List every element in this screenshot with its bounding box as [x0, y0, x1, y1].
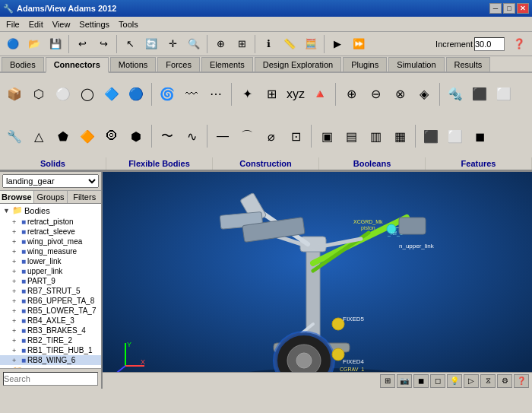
icon-revolve[interactable]: 🔵 [125, 83, 147, 106]
icon-feat3[interactable]: ⬜ [492, 83, 515, 106]
toolbar-calc[interactable]: 🧮 [301, 34, 321, 54]
icon-extrude[interactable]: 🔷 [100, 83, 123, 106]
tab-forces[interactable]: Forces [157, 57, 200, 71]
tab-motions[interactable]: Motions [110, 57, 157, 71]
icon-row2-16[interactable]: ▦ [388, 125, 411, 148]
icon-row2-15[interactable]: ▥ [364, 125, 387, 148]
toolbar-marker[interactable]: ⊕ [211, 34, 230, 54]
icon-feat2[interactable]: ⬛ [468, 83, 491, 106]
tree-item-part9[interactable]: + ■ PART_9 [0, 276, 101, 286]
status-render2-btn[interactable]: ◻ [430, 374, 445, 388]
icon-row2-5[interactable]: ⭗ [100, 125, 123, 148]
icon-flex1[interactable]: 🌀 [156, 83, 179, 106]
toolbar-rotate[interactable]: 🔄 [141, 34, 161, 54]
icon-row2-19[interactable]: ◼ [468, 125, 491, 148]
status-render1-btn[interactable]: ◼ [413, 374, 429, 388]
toolbar-undo[interactable]: ↩ [72, 34, 92, 54]
close-button[interactable]: ✕ [517, 3, 529, 14]
icon-row2-1[interactable]: 🔧 [3, 125, 26, 148]
icon-row2-6[interactable]: ⬢ [125, 125, 147, 148]
icon-row2-12[interactable]: ⊡ [284, 125, 307, 148]
tab-connectors[interactable]: Connectors [46, 57, 109, 73]
tree-root-bodies[interactable]: ▼ 📁 Bodies [0, 204, 101, 217]
toolbar-anim[interactable]: ⏩ [349, 34, 369, 54]
toolbar-translate[interactable]: ✛ [163, 34, 182, 54]
status-camera-btn[interactable]: 📷 [397, 374, 412, 388]
icon-box[interactable]: 📦 [3, 83, 26, 106]
icon-row2-8[interactable]: ∿ [180, 125, 203, 148]
menu-settings[interactable]: Settings [74, 18, 114, 30]
tree-item-rb1[interactable]: + ■ RB1_TIRE_HUB_1 [0, 345, 101, 355]
tree-item-retract-piston[interactable]: + ■ retract_piston [0, 217, 101, 227]
toolbar-btn-3[interactable]: 💾 [46, 34, 65, 54]
increment-input[interactable] [474, 37, 505, 51]
tree-item-rb7[interactable]: + ■ RB7_STRUT_5 [0, 286, 101, 296]
icon-row2-10[interactable]: ⌒ [236, 125, 258, 148]
status-light-btn[interactable]: 💡 [447, 374, 462, 388]
tree-item-wing-pivot-mea[interactable]: + ■ wing_pivot_mea [0, 237, 101, 246]
status-help-btn[interactable]: ❓ [514, 374, 529, 388]
icon-row2-2[interactable]: △ [27, 125, 50, 148]
icon-flex2[interactable]: 〰 [180, 83, 203, 106]
model-select[interactable]: landing_gear [2, 174, 99, 188]
status-more2-btn[interactable]: ⧖ [480, 374, 496, 388]
tab-elements[interactable]: Elements [201, 57, 253, 71]
tab-design-exploration[interactable]: Design Exploration [255, 57, 341, 71]
panel-tab-browse[interactable]: Browse [0, 191, 34, 203]
panel-tab-filters[interactable]: Filters [68, 191, 101, 203]
icon-const3[interactable]: xyz [284, 83, 307, 106]
icon-const2[interactable]: ⊞ [260, 83, 283, 106]
icon-bool2[interactable]: ⊖ [364, 83, 387, 106]
tree-item-rb8[interactable]: + ■ RB8_WING_6 [0, 355, 101, 365]
icon-row2-17[interactable]: ⬛ [420, 125, 442, 148]
maximize-button[interactable]: □ [503, 3, 515, 14]
toolbar-sim[interactable]: ▶ [328, 34, 347, 54]
panel-tab-groups[interactable]: Groups [34, 191, 68, 203]
search-input[interactable] [3, 372, 98, 386]
status-grid-btn[interactable]: ⊞ [380, 374, 395, 388]
icon-cylinder[interactable]: ⬡ [27, 83, 50, 106]
status-more1-btn[interactable]: ▷ [464, 374, 479, 388]
icon-const1[interactable]: ✦ [236, 83, 258, 106]
icon-row2-14[interactable]: ▤ [340, 125, 363, 148]
icon-feat1[interactable]: 🔩 [444, 83, 467, 106]
tree-item-rb2[interactable]: + ■ RB2_TIRE_2 [0, 335, 101, 345]
tree-item-lower-link[interactable]: + ■ lower_link [0, 256, 101, 266]
toolbar-frame[interactable]: ⊞ [232, 34, 252, 54]
icon-row2-13[interactable]: ▣ [315, 125, 338, 148]
tab-bodies[interactable]: Bodies [2, 57, 44, 71]
toolbar-btn-2[interactable]: 📂 [24, 34, 44, 54]
toolbar-btn-1[interactable]: 🔵 [3, 34, 23, 54]
icon-bool4[interactable]: ◈ [413, 83, 435, 106]
tree-item-rb5[interactable]: + ■ RB5_LOWER_TA_7 [0, 306, 101, 316]
tab-simulation[interactable]: Simulation [388, 57, 444, 71]
tree-item-retract-sleeve[interactable]: + ■ retract_sleeve [0, 227, 101, 237]
tree-item-rb4[interactable]: + ■ RB4_AXLE_3 [0, 316, 101, 326]
icon-row2-9[interactable]: — [211, 125, 234, 148]
icon-row2-18[interactable]: ⬜ [444, 125, 467, 148]
tree-item-upper-link[interactable]: + ■ upper_link [0, 266, 101, 276]
icon-row2-3[interactable]: ⬟ [52, 125, 74, 148]
tree-item-wing-measure[interactable]: + ■ wing_measure [0, 246, 101, 256]
menu-file[interactable]: File [2, 18, 24, 30]
tree-item-rb6[interactable]: + ■ RB6_UPPER_TA_8 [0, 296, 101, 306]
menu-view[interactable]: View [48, 18, 75, 30]
icon-row2-11[interactable]: ⌀ [260, 125, 283, 148]
icon-flex3[interactable]: ⋯ [204, 83, 227, 106]
tab-plugins[interactable]: Plugins [343, 57, 387, 71]
icon-torus[interactable]: ◯ [76, 83, 99, 106]
toolbar-info[interactable]: ℹ [258, 34, 278, 54]
tree-item-rb3[interactable]: + ■ RB3_BRAKES_4 [0, 326, 101, 335]
toolbar-measure[interactable]: 📏 [280, 34, 299, 54]
icon-bool1[interactable]: ⊕ [340, 83, 363, 106]
minimize-button[interactable]: ─ [489, 3, 502, 14]
toolbar-zoom[interactable]: 🔍 [184, 34, 204, 54]
tab-results[interactable]: Results [446, 57, 491, 71]
toolbar-select[interactable]: ↖ [120, 34, 140, 54]
icon-const4[interactable]: 🔺 [309, 83, 331, 106]
toolbar-help[interactable]: ❓ [509, 34, 529, 54]
icon-row2-7[interactable]: 〜 [156, 125, 179, 148]
toolbar-redo[interactable]: ↪ [93, 34, 113, 54]
icon-sphere[interactable]: ⚪ [52, 83, 74, 106]
icon-row2-4[interactable]: 🔶 [76, 125, 99, 148]
